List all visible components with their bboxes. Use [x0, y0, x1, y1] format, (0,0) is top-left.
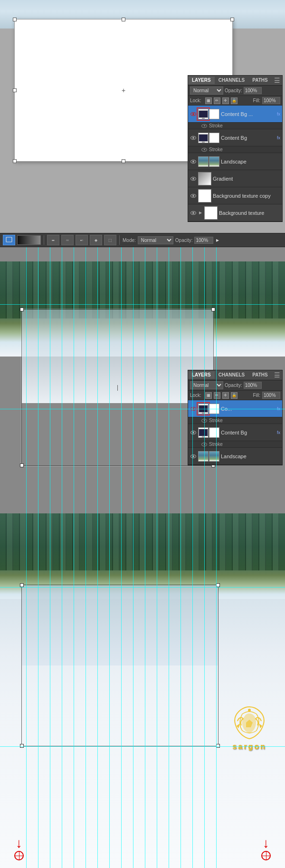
fill-input[interactable]	[262, 97, 280, 104]
layers-tab-layers[interactable]: LAYERS	[188, 77, 215, 84]
panel-2-menu-icon[interactable]: ☰	[274, 371, 282, 379]
layer-thumb-mask-bg	[209, 133, 219, 143]
blend-mode-select-2[interactable]: Normal	[190, 381, 223, 389]
content-rect-inner-3	[22, 585, 218, 665]
effects-eye-icon-2b[interactable]	[201, 443, 207, 446]
opacity-arrow-icon[interactable]: ▸	[216, 237, 219, 243]
transform-handle-bm[interactable]	[122, 159, 125, 163]
panel-menu-icon[interactable]: ☰	[274, 77, 282, 84]
layer-thumb-main-bg	[198, 133, 209, 143]
layers-panel-2-tab-paths[interactable]: PATHS	[248, 371, 271, 379]
opacity-input-toolbar[interactable]	[194, 237, 213, 244]
arrow-down-left: ↓	[16, 837, 22, 850]
svg-point-1	[248, 709, 251, 712]
layers-panel-2-tab-channels[interactable]: CHANNELS	[215, 371, 249, 379]
brush-preview[interactable]	[17, 235, 41, 245]
sel-handle-tr[interactable]	[211, 308, 215, 311]
sel-handle-tl[interactable]	[20, 308, 24, 311]
landscape-trees-3	[0, 513, 285, 570]
lock-position-icon-2[interactable]: ✛	[222, 392, 229, 399]
layer-visibility-bg-texture-copy[interactable]	[190, 193, 197, 199]
layer-row-gradient[interactable]: Gradient	[188, 170, 282, 187]
layer-name-bg-texture-copy: Background texture copy	[213, 193, 280, 199]
lock-position-icon[interactable]: ✛	[222, 97, 229, 104]
layer-row-landscape[interactable]: Landscape	[188, 153, 282, 170]
lock-all-icon-2[interactable]: 🔒	[231, 392, 238, 399]
lock-all-icon[interactable]: 🔒	[231, 97, 238, 104]
layer-visibility-gradient[interactable]	[190, 175, 197, 182]
layer-visibility-2-content-bg[interactable]	[190, 429, 197, 436]
layer-row-2-landscape[interactable]: Landscape	[188, 448, 282, 465]
canvas-content-rect-2: |	[21, 309, 214, 466]
brush-tool-button[interactable]	[3, 235, 15, 245]
effects-eye-icon-2[interactable]	[201, 148, 207, 152]
tool-option-3[interactable]: ▪▫	[76, 235, 88, 245]
opacity-label: Opacity:	[225, 88, 242, 93]
transform-handle-bl[interactable]	[13, 159, 17, 163]
layer-visibility-content-bg[interactable]	[190, 135, 197, 141]
layers-panel-2-tab-layers[interactable]: LAYERS	[188, 371, 215, 379]
effects-eye-icon-2a[interactable]	[201, 419, 207, 423]
svg-rect-0	[6, 237, 12, 242]
opacity-input-2[interactable]	[244, 382, 262, 389]
tool-option-4[interactable]: ◈	[90, 235, 102, 245]
sel-handle-3-tr[interactable]	[216, 583, 220, 587]
effects-item-2-stroke-1: Stroke	[201, 418, 280, 423]
layers-tab-paths[interactable]: PATHS	[248, 77, 271, 84]
sel-handle-bl[interactable]	[20, 463, 24, 467]
transform-handle-lm[interactable]	[13, 88, 17, 92]
layer-thumb-landscape-2	[209, 156, 219, 167]
lock-pixels-icon-2[interactable]: ✏	[214, 392, 220, 399]
lock-transparency-icon[interactable]: ▦	[205, 97, 212, 104]
effects-label-stroke-2: Stroke	[209, 147, 223, 152]
blend-mode-select[interactable]: Normal	[190, 87, 223, 95]
layer-row-bg-texture-copy[interactable]: Background texture copy	[188, 187, 282, 204]
layer-thumb-2-main	[198, 404, 209, 414]
fill-input-2[interactable]	[262, 392, 280, 399]
lock-transparency-icon-2[interactable]: ▦	[205, 392, 212, 399]
tool-option-1[interactable]: ▪▪	[47, 235, 59, 245]
mode-select[interactable]: Normal	[138, 236, 173, 244]
tool-option-5[interactable]: ⬚	[104, 235, 116, 245]
arrow-indicator-right: ↓	[261, 837, 271, 860]
layer-visibility-2-landscape[interactable]	[190, 453, 197, 460]
eye-icon-bg-texture-copy	[190, 194, 196, 198]
toolbar-separator-2	[119, 235, 120, 245]
blend-opacity-row-2: Normal Opacity:	[188, 380, 282, 391]
monitor-icon-2	[199, 405, 208, 413]
canvas-crosshair: +	[122, 87, 125, 94]
opacity-input[interactable]	[244, 87, 262, 94]
layer-row-2-content-bg-copy[interactable]: Co... fx	[188, 400, 282, 417]
lock-pixels-icon[interactable]: ✏	[214, 97, 220, 104]
group-arrow-icon: ▶	[198, 211, 203, 215]
canvas-section-3: sargon ↓ ↓	[0, 513, 285, 868]
effects-item-2-stroke-2: Stroke	[201, 442, 280, 447]
layer-name-2-content-bg: Content Bg	[221, 430, 275, 435]
layers-panel-1: LAYERS CHANNELS PATHS ☰ Normal Opacity: …	[188, 75, 283, 222]
effects-row-2-content-bg: Stroke	[188, 441, 282, 448]
layer-row-2-content-bg[interactable]: Content Bg fx	[188, 424, 282, 441]
layer-visibility-content-bg-copy[interactable]	[190, 111, 197, 117]
layer-visibility-landscape[interactable]	[190, 158, 197, 165]
crop-circle-left	[14, 851, 24, 860]
effects-eye-icon[interactable]	[201, 124, 207, 128]
sel-handle-3-tl[interactable]	[20, 583, 24, 587]
eye-icon-content-bg	[190, 136, 196, 140]
sel-handle-3-bl[interactable]	[20, 744, 24, 748]
effects-label-2-stroke-2: Stroke	[209, 442, 223, 447]
tool-option-2[interactable]: ▫▫	[61, 235, 74, 245]
layer-visibility-2-content-bg-copy[interactable]	[190, 405, 197, 412]
layer-name-landscape: Landscape	[221, 159, 280, 164]
layer-row-content-bg-copy[interactable]: Content Bg ... fx	[188, 106, 282, 123]
sel-handle-3-br[interactable]	[216, 744, 220, 748]
transform-handle-tr[interactable]	[230, 18, 234, 21]
eye-icon-bg-texture	[190, 211, 196, 215]
layer-visibility-bg-texture[interactable]	[190, 210, 197, 216]
layer-row-content-bg[interactable]: Content Bg fx	[188, 129, 282, 146]
layer-row-bg-texture[interactable]: ▶ Background texture	[188, 204, 282, 222]
transform-handle-tl[interactable]	[13, 18, 17, 21]
layer-thumbs-2-content-bg	[198, 427, 219, 438]
layers-tab-channels[interactable]: CHANNELS	[215, 77, 249, 84]
transform-handle-tm[interactable]	[122, 18, 125, 21]
layer-thumb-2-main-bg	[198, 427, 209, 438]
